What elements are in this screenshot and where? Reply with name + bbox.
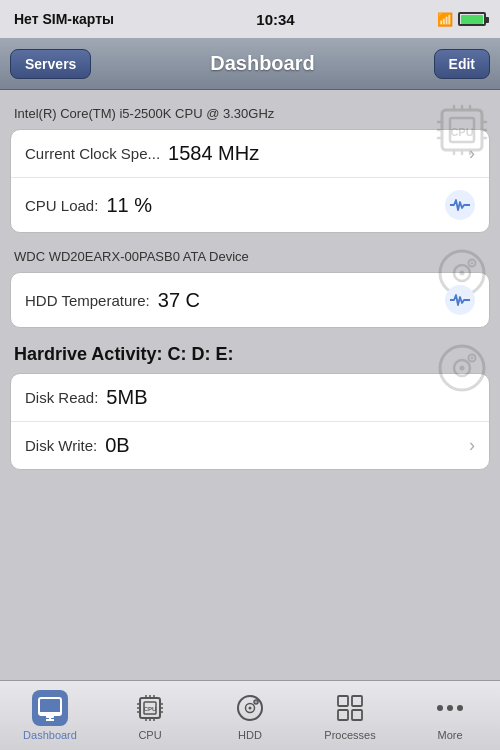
- tab-cpu-icon-wrap: CPU: [132, 690, 168, 726]
- tab-bar: Dashboard CPU CPU: [0, 680, 500, 750]
- battery-icon: [458, 12, 486, 26]
- edit-button[interactable]: Edit: [434, 49, 490, 79]
- tab-more-icon: [437, 703, 463, 713]
- tab-hdd-icon: [235, 693, 265, 723]
- hdd-section-title: WDC WD20EARX-00PASB0 ATA Device: [14, 249, 249, 264]
- svg-rect-52: [338, 710, 348, 720]
- main-content: Intel(R) Core(TM) i5-2500K CPU @ 3.30GHz…: [0, 90, 500, 680]
- cpu-load-pulse-icon: [445, 190, 475, 220]
- hdd-temp-pulse-icon: [445, 285, 475, 315]
- cpu-section-header: Intel(R) Core(TM) i5-2500K CPU @ 3.30GHz…: [0, 100, 500, 125]
- disk-write-label: Disk Write:: [25, 437, 97, 454]
- time-label: 10:34: [256, 11, 294, 28]
- clock-speed-chevron: ›: [469, 143, 475, 164]
- tab-dashboard[interactable]: Dashboard: [0, 681, 100, 750]
- disk-write-chevron: ›: [469, 435, 475, 456]
- svg-point-24: [471, 357, 473, 359]
- tab-hdd-icon-wrap: [232, 690, 268, 726]
- cpu-load-label: CPU Load:: [25, 197, 98, 214]
- tab-dashboard-label: Dashboard: [23, 729, 77, 741]
- svg-point-22: [460, 366, 465, 371]
- servers-back-button[interactable]: Servers: [10, 49, 91, 79]
- tab-processes-label: Processes: [324, 729, 375, 741]
- clock-speed-row[interactable]: Current Clock Spe... 1584 MHz ›: [11, 130, 489, 178]
- activity-card: Disk Read: 5MB Disk Write: 0B ›: [10, 373, 490, 470]
- clock-speed-label: Current Clock Spe...: [25, 145, 160, 162]
- disk-read-label: Disk Read:: [25, 389, 98, 406]
- tab-processes[interactable]: Processes: [300, 681, 400, 750]
- tab-processes-icon: [335, 693, 365, 723]
- cpu-load-row[interactable]: CPU Load: 11 %: [11, 178, 489, 232]
- disk-read-row[interactable]: Disk Read: 5MB: [11, 374, 489, 422]
- tab-more-icon-wrap: [432, 690, 468, 726]
- svg-point-56: [457, 705, 463, 711]
- dashboard-icon: [37, 695, 63, 721]
- svg-rect-53: [352, 710, 362, 720]
- hdd-section-header: WDC WD20EARX-00PASB0 ATA Device: [0, 243, 500, 268]
- activity-section-header: Hardrive Activity: C: D: E:: [0, 338, 500, 369]
- svg-point-49: [255, 701, 257, 703]
- svg-point-55: [447, 705, 453, 711]
- tab-more[interactable]: More: [400, 681, 500, 750]
- cpu-load-value: 11 %: [106, 194, 445, 217]
- status-bar: Нет SIM-карты 10:34 📶: [0, 0, 500, 38]
- cpu-section-title: Intel(R) Core(TM) i5-2500K CPU @ 3.30GHz: [14, 106, 274, 121]
- tab-more-label: More: [437, 729, 462, 741]
- svg-rect-50: [338, 696, 348, 706]
- tab-cpu-label: CPU: [138, 729, 161, 741]
- svg-text:CPU: CPU: [144, 706, 157, 712]
- tab-processes-icon-wrap: [332, 690, 368, 726]
- tab-cpu[interactable]: CPU CPU: [100, 681, 200, 750]
- nav-title: Dashboard: [210, 52, 314, 75]
- cpu-card: Current Clock Spe... 1584 MHz › CPU Load…: [10, 129, 490, 233]
- clock-speed-value: 1584 MHz: [168, 142, 463, 165]
- wifi-icon: 📶: [437, 12, 453, 27]
- carrier-label: Нет SIM-карты: [14, 11, 114, 27]
- svg-point-47: [249, 707, 252, 710]
- hdd-temp-label: HDD Temperature:: [25, 292, 150, 309]
- tab-cpu-icon: CPU: [135, 693, 165, 723]
- disk-write-value: 0B: [105, 434, 463, 457]
- tab-hdd-label: HDD: [238, 729, 262, 741]
- svg-rect-27: [46, 715, 54, 718]
- tab-dashboard-icon-wrap: [32, 690, 68, 726]
- svg-point-19: [471, 262, 473, 264]
- hdd-temp-value: 37 C: [158, 289, 445, 312]
- hdd-temp-row[interactable]: HDD Temperature: 37 C: [11, 273, 489, 327]
- svg-rect-51: [352, 696, 362, 706]
- nav-bar: Servers Dashboard Edit: [0, 38, 500, 90]
- disk-write-row[interactable]: Disk Write: 0B ›: [11, 422, 489, 469]
- status-indicators: 📶: [437, 12, 486, 27]
- hdd-card: HDD Temperature: 37 C: [10, 272, 490, 328]
- activity-section-title: Hardrive Activity: C: D: E:: [14, 344, 233, 365]
- disk-read-value: 5MB: [106, 386, 475, 409]
- svg-point-54: [437, 705, 443, 711]
- tab-hdd[interactable]: HDD: [200, 681, 300, 750]
